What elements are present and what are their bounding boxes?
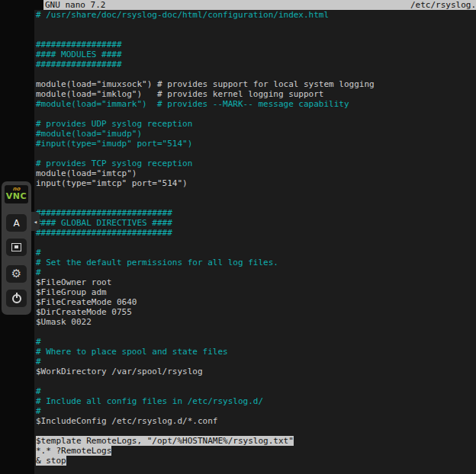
editor-line: & stop xyxy=(36,456,476,466)
editor-line: module(load="imtcp") xyxy=(36,168,476,178)
power-icon xyxy=(11,293,22,303)
editor-lines[interactable]: # /usr/share/doc/rsyslog-doc/html/config… xyxy=(34,10,476,466)
editor-line xyxy=(36,69,476,79)
editor-line xyxy=(36,149,476,159)
fullscreen-button[interactable] xyxy=(6,239,27,256)
novnc-control-bar: no VNC A ⚙ xyxy=(2,181,31,315)
editor-line: #module(load="imudp") xyxy=(36,129,476,139)
editor-line: # xyxy=(36,406,476,416)
editor-line: module(load="imuxsock") # provides suppo… xyxy=(36,79,476,89)
control-bar-handle[interactable]: ◂ xyxy=(31,212,40,231)
editor-line: ########################### xyxy=(36,208,476,218)
fullscreen-icon xyxy=(11,243,21,251)
keyboard-icon: A xyxy=(13,219,19,228)
editor-line: # provides TCP syslog reception xyxy=(36,159,476,168)
editor-line: # xyxy=(36,337,476,347)
editor-line: # xyxy=(36,386,476,396)
editor-line: #### MODULES #### xyxy=(36,50,476,59)
editor-line: # Include all config files in /etc/rsysl… xyxy=(36,396,476,406)
editor-line: $FileCreateMode 0640 xyxy=(36,297,476,307)
editor-line xyxy=(36,188,476,198)
editor-line: # /usr/share/doc/rsyslog-doc/html/config… xyxy=(36,10,476,20)
editor-line: ########################### xyxy=(36,228,476,238)
collapse-arrow-icon: ◂ xyxy=(34,218,37,226)
novnc-logo: no VNC xyxy=(5,185,28,203)
editor-line: $DirCreateMode 0755 xyxy=(36,307,476,317)
editor-line xyxy=(36,426,476,436)
titlebar-notch xyxy=(34,0,43,10)
editor-line xyxy=(36,198,476,208)
editor-line: #input(type="imudp" port="514") xyxy=(36,139,476,149)
editor-line: # xyxy=(36,357,476,367)
nano-filename: /etc/rsyslog. xyxy=(410,0,476,10)
keyboard-button[interactable]: A xyxy=(6,214,27,232)
editor-line xyxy=(36,30,476,40)
editor-line xyxy=(36,327,476,337)
gear-icon: ⚙ xyxy=(11,268,21,280)
editor-line: $FileOwner root xyxy=(36,277,476,287)
editor-line: #module(load="immark") # provides --MARK… xyxy=(36,99,476,109)
editor-line xyxy=(36,376,476,386)
editor-line: # Set the default permissions for all lo… xyxy=(36,258,476,267)
editor-line: # xyxy=(36,267,476,277)
editor-line xyxy=(36,109,476,119)
novnc-logo-vnc: VNC xyxy=(5,192,28,201)
editor-line: $IncludeConfig /etc/rsyslog.d/*.conf xyxy=(36,416,476,426)
editor-line: # xyxy=(36,248,476,258)
editor-line: $FileGroup adm xyxy=(36,287,476,297)
editor-line xyxy=(36,20,476,30)
settings-button[interactable]: ⚙ xyxy=(6,265,27,283)
editor-line: $Umask 0022 xyxy=(36,317,476,327)
terminal-window[interactable]: GNU nano 7.2 /etc/rsyslog. # /usr/share/… xyxy=(34,0,476,474)
nano-version: GNU nano 7.2 xyxy=(43,0,105,10)
editor-line: ################# xyxy=(36,40,476,50)
editor-line: #### GLOBAL DIRECTIVES #### xyxy=(36,218,476,228)
power-button[interactable] xyxy=(6,290,27,307)
editor-line: input(type="imtcp" port="514") xyxy=(36,178,476,188)
editor-line: # Where to place spool and state files xyxy=(36,347,476,357)
editor-line: $WorkDirectory /var/spool/rsyslog xyxy=(36,367,476,376)
editor-line xyxy=(36,238,476,248)
editor-line: # provides UDP syslog reception xyxy=(36,119,476,129)
nano-titlebar: GNU nano 7.2 /etc/rsyslog. xyxy=(34,0,476,10)
editor-line: module(load="imklog") # provides kernel … xyxy=(36,89,476,99)
editor-line: *.* ?RemoteLogs xyxy=(36,446,476,456)
editor-line: $template RemoteLogs, "/opt/%HOSTNAME%/r… xyxy=(36,436,476,446)
editor-line: ################# xyxy=(36,59,476,69)
